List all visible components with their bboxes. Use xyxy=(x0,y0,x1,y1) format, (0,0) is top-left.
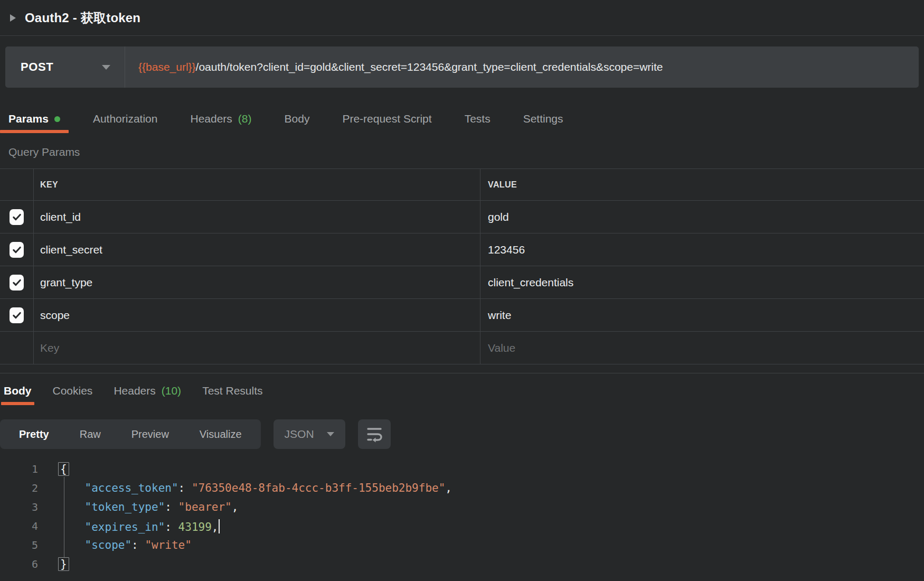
request-title: Oauth2 - 获取token xyxy=(25,10,140,26)
view-mode-pretty[interactable]: Pretty xyxy=(19,428,49,441)
param-value-cell[interactable]: client_credentials xyxy=(480,266,924,298)
code-line: 3 "token_type": "bearer", xyxy=(0,498,924,517)
request-tab-authorization[interactable]: Authorization xyxy=(84,105,166,133)
param-placeholder-row: KeyValue xyxy=(0,332,924,364)
request-tabs: ParamsAuthorizationHeaders(8)BodyPre-req… xyxy=(0,105,924,133)
line-number: 3 xyxy=(0,501,38,513)
checkmark-icon xyxy=(12,245,22,255)
collapse-caret-icon[interactable] xyxy=(10,14,16,22)
param-value-cell[interactable]: gold xyxy=(480,201,924,233)
line-number: 1 xyxy=(0,463,38,475)
line-number: 6 xyxy=(0,558,38,570)
param-checkbox[interactable] xyxy=(10,307,24,323)
text-cursor xyxy=(219,519,220,533)
code-line-text: "scope": "write" xyxy=(38,539,192,551)
line-number: 5 xyxy=(0,539,38,551)
code-token xyxy=(58,539,85,551)
response-tab-test-results[interactable]: Test Results xyxy=(200,377,265,405)
url-bar: POST {{base_url}}/oauth/token?client_id=… xyxy=(5,46,919,88)
param-key-cell[interactable]: client_secret xyxy=(34,233,480,266)
tab-label: Test Results xyxy=(202,385,262,397)
section-divider xyxy=(0,364,924,373)
code-line: 4 "expires_in": 43199, xyxy=(0,517,924,536)
request-tab-headers[interactable]: Headers(8) xyxy=(182,105,260,133)
code-token: "expires_in" xyxy=(85,521,165,533)
checkmark-icon xyxy=(12,212,22,222)
view-mode-visualize[interactable]: Visualize xyxy=(200,428,242,441)
code-token xyxy=(58,482,85,494)
method-selector[interactable]: POST xyxy=(5,46,125,88)
view-mode-preview[interactable]: Preview xyxy=(131,428,169,441)
response-toolbar: PrettyRawPreviewVisualize JSON xyxy=(0,419,924,449)
wrap-text-icon xyxy=(365,424,384,444)
response-tab-body[interactable]: Body xyxy=(1,377,34,405)
code-line: 5 "scope": "write" xyxy=(0,536,924,555)
code-token: 43199 xyxy=(178,521,212,533)
code-token: : xyxy=(165,501,178,513)
request-tab-settings[interactable]: Settings xyxy=(515,105,572,133)
request-tab-params[interactable]: Params xyxy=(0,105,69,133)
code-line: 2 "access_token": "76350e48-8fab-4ccc-b3… xyxy=(0,479,924,498)
chevron-down-icon xyxy=(327,432,334,436)
checkbox-cell xyxy=(0,201,34,233)
url-variable: {{base_url}} xyxy=(138,61,196,73)
code-token: "bearer" xyxy=(178,501,232,513)
code-token xyxy=(58,501,85,513)
code-token: : xyxy=(165,521,178,533)
checkbox-cell xyxy=(0,299,34,331)
tab-label: Tests xyxy=(465,113,491,125)
code-token: } xyxy=(58,557,69,571)
code-token: : xyxy=(131,539,145,551)
format-label: JSON xyxy=(285,428,314,441)
code-token: "access_token" xyxy=(85,482,178,494)
param-key-cell[interactable]: grant_type xyxy=(34,266,480,298)
code-token: , xyxy=(212,521,219,533)
code-token: "write" xyxy=(145,539,192,551)
code-token: "scope" xyxy=(85,539,132,551)
param-value-cell[interactable]: 123456 xyxy=(480,233,924,266)
tab-label: Authorization xyxy=(93,113,158,125)
param-value-input-placeholder[interactable]: Value xyxy=(480,332,924,364)
response-body-code[interactable]: 1{2 "access_token": "76350e48-8fab-4ccc-… xyxy=(0,460,924,574)
param-value-cell[interactable]: write xyxy=(480,299,924,331)
tab-label: Cookies xyxy=(53,385,93,397)
checkmark-icon xyxy=(12,277,22,288)
url-input[interactable]: {{base_url}}/oauth/token?client_id=gold&… xyxy=(125,46,919,88)
indent-guide-line xyxy=(64,477,64,557)
param-row: scopewrite xyxy=(0,299,924,332)
param-row: client_idgold xyxy=(0,201,924,233)
line-number: 2 xyxy=(0,482,38,494)
param-key-input-placeholder[interactable]: Key xyxy=(34,332,480,364)
param-checkbox[interactable] xyxy=(10,275,24,290)
response-tab-headers[interactable]: Headers(10) xyxy=(111,377,184,405)
wrap-text-button[interactable] xyxy=(358,419,391,449)
tab-label: Pre-request Script xyxy=(342,113,431,125)
request-tab-pre-request-script[interactable]: Pre-request Script xyxy=(334,105,440,133)
param-key-cell[interactable]: scope xyxy=(34,299,480,331)
chevron-down-icon xyxy=(102,65,110,70)
format-dropdown[interactable]: JSON xyxy=(274,419,345,449)
code-line-text: "token_type": "bearer", xyxy=(38,501,238,513)
request-tab-tests[interactable]: Tests xyxy=(456,105,499,133)
view-mode-raw[interactable]: Raw xyxy=(80,428,101,441)
code-token: "token_type" xyxy=(85,501,165,513)
param-row: client_secret123456 xyxy=(0,233,924,266)
checkbox-cell xyxy=(0,332,34,364)
table-header-row: KEY VALUE xyxy=(0,169,924,201)
tab-label: Params xyxy=(8,113,49,125)
param-key-cell[interactable]: client_id xyxy=(34,201,480,233)
param-row: grant_typeclient_credentials xyxy=(0,266,924,299)
unsaved-changes-dot-icon xyxy=(54,116,60,122)
code-line-text: } xyxy=(38,558,69,570)
query-params-title: Query Params xyxy=(8,146,924,158)
param-checkbox[interactable] xyxy=(10,209,24,225)
code-token: , xyxy=(232,501,239,513)
checkbox-cell xyxy=(0,266,34,298)
code-line: 6} xyxy=(0,555,924,574)
response-tab-cookies[interactable]: Cookies xyxy=(50,377,96,405)
code-token: { xyxy=(58,462,69,476)
checkmark-icon xyxy=(12,310,22,321)
param-checkbox[interactable] xyxy=(10,242,24,258)
request-tab-body[interactable]: Body xyxy=(276,105,318,133)
checkbox-cell xyxy=(0,233,34,266)
